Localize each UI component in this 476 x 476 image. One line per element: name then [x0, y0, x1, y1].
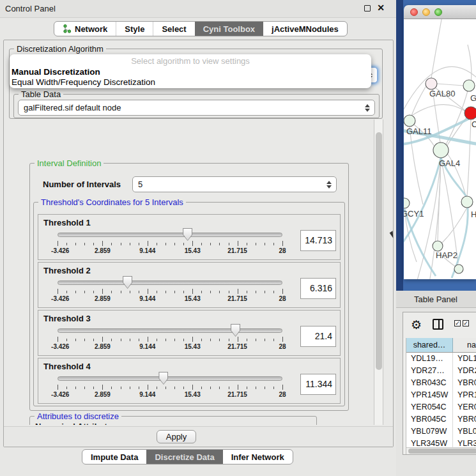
scrollbar-thumb[interactable] — [408, 449, 476, 454]
network-node-gcy1[interactable] — [404, 198, 410, 208]
tab-jactivemnodules[interactable]: jActiveMNodules — [263, 22, 347, 36]
threshold-label: Threshold 1 — [43, 218, 91, 227]
tab-select[interactable]: Select — [153, 22, 194, 36]
number-of-intervals-combobox[interactable]: 5 — [132, 176, 337, 192]
network-edge[interactable] — [437, 84, 463, 86]
select-columns-icon[interactable]: ✓ ✓ — [454, 320, 469, 326]
table-data-group: Table Data galFiltered.sif default node — [13, 94, 380, 118]
tab-label: Select — [162, 24, 186, 34]
network-node-gal11[interactable] — [404, 115, 415, 127]
split-columns-icon[interactable] — [433, 319, 443, 330]
close-traffic-light-icon[interactable] — [410, 8, 418, 16]
table-cell: YER054C — [406, 401, 453, 413]
network-edge[interactable] — [411, 105, 465, 116]
tab-network[interactable]: Network — [54, 22, 116, 36]
desktop-dark-strip — [396, 0, 403, 291]
network-edge[interactable] — [467, 119, 471, 196]
table-row[interactable]: YER054CYER0 — [406, 401, 476, 413]
threshold-value-field[interactable]: 21.4 — [300, 326, 336, 347]
bottom-tab-discretize-data[interactable]: Discretize Data — [146, 450, 222, 464]
tab-cyni-toolbox[interactable]: Cyni Toolbox — [195, 22, 263, 36]
slider-thumb[interactable] — [158, 372, 168, 385]
network-node-h[interactable] — [461, 196, 473, 208]
threshold-slider[interactable]: -3.4262.8599.14415.4321.71528 — [58, 326, 282, 351]
tab-label: Style — [125, 24, 144, 34]
slider-thumb[interactable] — [231, 324, 240, 337]
network-canvas[interactable]: GAL80GACGAL11GAL4GCY1HHAP2 — [404, 19, 476, 279]
tick-label: 2.859 — [95, 295, 111, 302]
slider-thumb[interactable] — [123, 276, 132, 289]
network-window-titlebar[interactable] — [404, 5, 476, 19]
interval-definition-title: Interval Definition — [35, 158, 104, 168]
node-label: H — [471, 210, 476, 219]
threshold-slider[interactable]: -3.4262.8599.14415.4321.71528 — [58, 278, 282, 303]
column-header-2[interactable]: na — [453, 338, 476, 352]
network-node[interactable] — [454, 265, 463, 273]
table-row[interactable]: YBL079WYBL0 — [406, 426, 476, 438]
algorithm-option[interactable]: Equal Width/Frequency Discretization — [10, 77, 371, 88]
tick-label: -3.426 — [51, 391, 69, 398]
minimize-traffic-light-icon[interactable] — [422, 8, 430, 16]
float-window-icon[interactable] — [364, 5, 371, 12]
panel-title: Control Panel — [5, 4, 56, 13]
table-cell: YDL1 — [453, 353, 476, 365]
scrollbar-thumb[interactable] — [376, 132, 382, 370]
network-node-gal80[interactable] — [426, 78, 437, 89]
node-label: C — [472, 119, 476, 129]
bottom-tab-impute-data[interactable]: Impute Data — [82, 450, 146, 464]
table-panel-titlebar: Table Panel — [396, 291, 476, 308]
table-row[interactable]: YDL19…YDL1 — [406, 353, 476, 365]
zoom-traffic-light-icon[interactable] — [434, 8, 442, 16]
algorithm-option[interactable]: Manual Discretization — [10, 67, 371, 77]
threshold-value-field[interactable]: 14.713 — [300, 230, 336, 251]
network-desktop-background: GAL80GACGAL11GAL4GCY1HHAP2 — [396, 0, 476, 291]
combo-stepper-icon — [363, 102, 372, 114]
table-data-combobox[interactable]: galFiltered.sif default node — [18, 100, 375, 116]
threshold-value-field[interactable]: 11.344 — [300, 374, 336, 395]
column-header-1[interactable]: shared… — [406, 338, 453, 352]
control-panel-titlebar: Control Panel ✕ — [0, 0, 396, 18]
tick-label: 28 — [279, 343, 286, 350]
network-node-ga[interactable] — [463, 80, 475, 91]
network-edge[interactable] — [417, 158, 441, 279]
table-row[interactable]: YBR043CYBR0 — [406, 377, 476, 389]
threshold-slider[interactable]: -3.4262.8599.14415.4321.71528 — [58, 374, 282, 399]
slider-thumb[interactable] — [183, 228, 192, 241]
network-view-window[interactable]: GAL80GACGAL11GAL4GCY1HHAP2 — [404, 5, 476, 279]
table-row[interactable]: YDR27…YDR2 — [406, 365, 476, 377]
apply-button[interactable]: Apply — [157, 430, 196, 443]
network-node-gal4[interactable] — [433, 142, 449, 158]
tick-label: 28 — [279, 391, 286, 398]
gear-icon[interactable]: ⚙ — [411, 318, 422, 332]
close-icon[interactable]: ✕ — [377, 3, 385, 13]
table-horizontal-scrollbar[interactable] — [406, 447, 476, 454]
tab-label: Cyni Toolbox — [203, 24, 255, 34]
network-edge[interactable] — [410, 127, 423, 204]
network-edge[interactable] — [446, 91, 468, 144]
tick-label: 15.43 — [185, 391, 201, 398]
node-label: GA — [470, 93, 476, 103]
threshold-slider[interactable]: -3.4262.8599.14415.4321.71528 — [58, 230, 282, 256]
number-of-intervals-row: Number of Intervals 5 — [38, 176, 342, 193]
table-row[interactable]: YLR345WYLR3 — [406, 438, 476, 447]
checkbox-icon: ✓ — [454, 320, 461, 326]
network-node-hap2[interactable] — [433, 241, 443, 251]
panel-vertical-scrollbar[interactable] — [374, 119, 383, 425]
tab-style[interactable]: Style — [116, 22, 153, 36]
threshold-value-field[interactable]: 6.316 — [300, 278, 336, 299]
algorithm-dropdown-popup: Select algorithm to view settings Manual… — [10, 54, 371, 88]
thresholds-group: Threshold's Coordinates for 5 Intervals … — [33, 202, 345, 406]
bottom-tab-infer-network[interactable]: Infer Network — [223, 450, 293, 464]
table-row[interactable]: YPR145WYPR1 — [406, 389, 476, 401]
table-toolbar: ⚙ ✓ ✓ — [403, 312, 476, 338]
network-node-c[interactable] — [464, 107, 476, 119]
tick-label: 15.43 — [185, 343, 201, 350]
numerical-attributes-label: Numerical Attributes — [35, 422, 116, 425]
table-cell: YBR043C — [406, 377, 453, 389]
control-panel: Control Panel ✕ NetworkStyleSelectCyni T… — [0, 0, 396, 476]
tick-label: 2.859 — [95, 247, 111, 254]
bottom-tab-label: Impute Data — [91, 452, 138, 462]
table-cell: YBR0 — [453, 413, 476, 426]
table-row[interactable]: YBR045CYBR0 — [406, 413, 476, 426]
network-edge-highlighted[interactable] — [404, 209, 436, 276]
